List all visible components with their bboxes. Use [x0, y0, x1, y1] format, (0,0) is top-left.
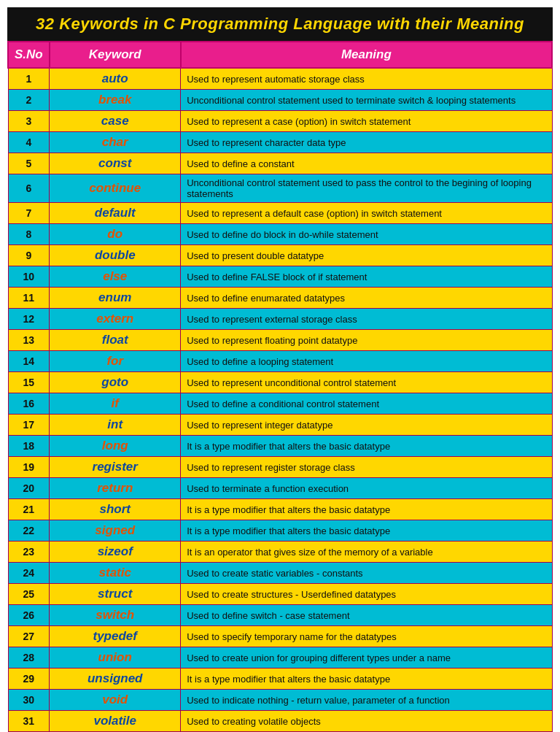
cell-meaning: Used to represent automatic storage clas…	[181, 68, 552, 90]
cell-meaning: Used to present double datatype	[181, 245, 552, 266]
cell-keyword: case	[50, 111, 181, 132]
cell-meaning: Used to define FALSE block of if stateme…	[181, 266, 552, 288]
cell-keyword: union	[50, 647, 181, 669]
cell-keyword: continue	[50, 174, 181, 203]
cell-keyword: double	[50, 245, 181, 266]
cell-keyword: unsigned	[50, 669, 181, 690]
header-meaning: Meaning	[181, 42, 552, 68]
cell-keyword: float	[50, 330, 181, 351]
cell-sno: 17	[8, 415, 50, 436]
table-row: 28unionUsed to create union for grouping…	[8, 647, 552, 669]
table-row: 13floatUsed to represent floating point …	[8, 330, 552, 351]
cell-sno: 9	[8, 245, 50, 266]
table-row: 19registerUsed to represent register sto…	[8, 457, 552, 478]
table-row: 9doubleUsed to present double datatype	[8, 245, 552, 266]
cell-meaning: It is a type modifier that alters the ba…	[181, 669, 552, 690]
cell-meaning: Used to define switch - case statement	[181, 605, 552, 626]
cell-keyword: auto	[50, 68, 181, 90]
cell-meaning: Used to create union for grouping differ…	[181, 647, 552, 669]
keywords-table: S.No Keyword Meaning 1autoUsed to repres…	[7, 41, 553, 732]
page-wrapper: 32 Keywords in C Programming Language wi…	[0, 0, 560, 732]
cell-sno: 8	[8, 224, 50, 245]
table-row: 6continueUnconditional control statement…	[8, 174, 552, 203]
cell-meaning: Used to define do block in do-while stat…	[181, 224, 552, 245]
cell-meaning: Used to specify temporary name for the d…	[181, 626, 552, 647]
cell-sno: 26	[8, 605, 50, 626]
table-row: 30voidUsed to indicate nothing - return …	[8, 690, 552, 711]
cell-meaning: Used to define enumarated datatypes	[181, 288, 552, 309]
cell-sno: 14	[8, 351, 50, 372]
table-row: 7defaultUsed to represent a default case…	[8, 203, 552, 224]
cell-keyword: void	[50, 690, 181, 711]
cell-meaning: Used to represent a default case (option…	[181, 203, 552, 224]
cell-sno: 6	[8, 174, 50, 203]
cell-sno: 3	[8, 111, 50, 132]
cell-sno: 23	[8, 542, 50, 563]
cell-keyword: typedef	[50, 626, 181, 647]
cell-meaning: Used to represent character data type	[181, 132, 552, 153]
table-row: 2breakUnconditional control statement us…	[8, 90, 552, 111]
cell-sno: 28	[8, 647, 50, 669]
cell-meaning: Unconditional control statement used to …	[181, 90, 552, 111]
cell-keyword: register	[50, 457, 181, 478]
cell-meaning: Used to represent a case (option) in swi…	[181, 111, 552, 132]
cell-sno: 19	[8, 457, 50, 478]
cell-meaning: Used to creating volatile objects	[181, 711, 552, 732]
table-row: 17intUsed to represent integer datatype	[8, 415, 552, 436]
table-header-row: S.No Keyword Meaning	[8, 42, 552, 68]
cell-sno: 27	[8, 626, 50, 647]
table-row: 14forUsed to define a looping statement	[8, 351, 552, 372]
page-title: 32 Keywords in C Programming Language wi…	[7, 7, 553, 41]
table-row: 18longIt is a type modifier that alters …	[8, 436, 552, 457]
cell-keyword: struct	[50, 584, 181, 605]
cell-sno: 22	[8, 520, 50, 542]
table-row: 10elseUsed to define FALSE block of if s…	[8, 266, 552, 288]
cell-keyword: if	[50, 393, 181, 415]
cell-sno: 11	[8, 288, 50, 309]
cell-meaning: Used to represent register storage class	[181, 457, 552, 478]
cell-sno: 4	[8, 132, 50, 153]
table-row: 31volatileUsed to creating volatile obje…	[8, 711, 552, 732]
cell-keyword: else	[50, 266, 181, 288]
table-row: 4charUsed to represent character data ty…	[8, 132, 552, 153]
cell-sno: 29	[8, 669, 50, 690]
cell-meaning: It is a type modifier that alters the ba…	[181, 436, 552, 457]
table-row: 25structUsed to create structures - User…	[8, 584, 552, 605]
cell-meaning: It is an operator that gives size of the…	[181, 542, 552, 563]
cell-keyword: return	[50, 478, 181, 499]
table-row: 15gotoUsed to represent unconditional co…	[8, 372, 552, 393]
table-row: 27typedefUsed to specify temporary name …	[8, 626, 552, 647]
cell-keyword: goto	[50, 372, 181, 393]
cell-sno: 31	[8, 711, 50, 732]
cell-keyword: char	[50, 132, 181, 153]
cell-meaning: Used to represent integer datatype	[181, 415, 552, 436]
cell-keyword: extern	[50, 309, 181, 330]
cell-keyword: sizeof	[50, 542, 181, 563]
table-row: 5constUsed to define a constant	[8, 153, 552, 174]
cell-keyword: long	[50, 436, 181, 457]
cell-keyword: signed	[50, 520, 181, 542]
cell-keyword: do	[50, 224, 181, 245]
cell-sno: 2	[8, 90, 50, 111]
cell-sno: 12	[8, 309, 50, 330]
table-row: 20returnUsed to terminate a function exe…	[8, 478, 552, 499]
cell-keyword: switch	[50, 605, 181, 626]
cell-sno: 16	[8, 393, 50, 415]
cell-meaning: Used to define a looping statement	[181, 351, 552, 372]
cell-sno: 30	[8, 690, 50, 711]
cell-meaning: Used to define a conditional control sta…	[181, 393, 552, 415]
table-row: 16ifUsed to define a conditional control…	[8, 393, 552, 415]
cell-meaning: Used to define a constant	[181, 153, 552, 174]
cell-meaning: Used to represent floating point datatyp…	[181, 330, 552, 351]
table-row: 11enumUsed to define enumarated datatype…	[8, 288, 552, 309]
table-row: 12externUsed to represent external stora…	[8, 309, 552, 330]
cell-keyword: volatile	[50, 711, 181, 732]
table-row: 22signedIt is a type modifier that alter…	[8, 520, 552, 542]
cell-meaning: Unconditional control statement used to …	[181, 174, 552, 203]
table-row: 26switchUsed to define switch - case sta…	[8, 605, 552, 626]
table-row: 29unsignedIt is a type modifier that alt…	[8, 669, 552, 690]
table-row: 8doUsed to define do block in do-while s…	[8, 224, 552, 245]
cell-sno: 5	[8, 153, 50, 174]
cell-keyword: enum	[50, 288, 181, 309]
cell-keyword: default	[50, 203, 181, 224]
